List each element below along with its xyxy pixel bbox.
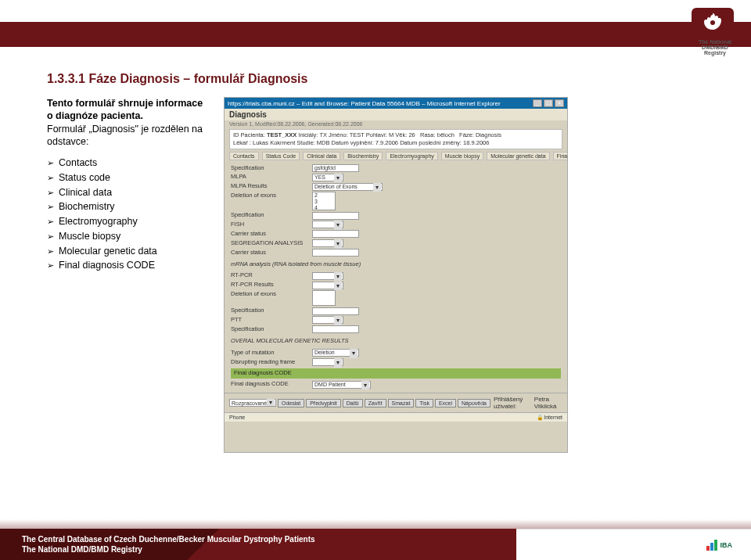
btn-tisk[interactable]: Tisk [415,399,433,407]
list-del-exons[interactable]: 2 3 4 [312,192,336,210]
iba-text: IBA [720,541,733,549]
sel-mlpa[interactable]: YES [312,174,343,181]
status-left: Phone [229,415,245,420]
lbl-type-mutation: Type of mutation [231,349,309,357]
window-titlebar: https://trials.cba.muni.cz – Edit and Br… [225,98,567,109]
footer-line-1: The Central Database of Czech Duchenne/B… [22,534,516,544]
bullet-molecular-genetic: Molecular genetic data [47,244,211,259]
iba-logo: IBA [706,540,733,551]
pt-doc: Lukas Kokrment [253,139,295,146]
footer: The Central Database of Czech Duchenne/B… [0,529,751,560]
pt-age-label: Věk: [395,131,407,138]
section-title: 1.3.3.1 Fáze Diagnosis – formulář Diagno… [47,72,728,86]
pt-phase-label: Fáze: [459,131,474,138]
inp-specification-2[interactable] [312,212,359,220]
tab-clinical-data[interactable]: Clinical data [303,152,340,160]
minimize-button[interactable]: _ [533,99,542,107]
tab-electromyography[interactable]: Electromyography [386,152,437,160]
lbl-carrier-2: Carrier status [231,249,309,257]
btn-dalsi[interactable]: Další [343,399,363,407]
close-button[interactable]: × [555,99,564,107]
left-column: Tento formulář shrnuje informace o diagn… [47,97,211,453]
lbl-carrier: Carrier status [231,230,309,239]
inp-specification-4[interactable] [312,325,359,333]
window-buttons: _ □ × [533,99,564,107]
maximize-button[interactable]: □ [544,99,553,107]
lbl-ptt: PTT [231,316,309,325]
pt-race-label: Rasa: [420,131,436,138]
window-title: https://trials.cba.muni.cz – Edit and Br… [228,100,501,107]
inp-carrier-2[interactable] [312,249,359,257]
sel-ptt[interactable] [312,316,343,324]
mrna-heading: mRNA analysis (RNA isolated from muscle … [231,260,561,269]
registry-logo-text: The National DMD/BMD Registry [692,39,738,56]
app-screenshot: https://trials.cba.muni.cz – Edit and Br… [224,97,568,453]
tab-contacts[interactable]: Contacts [229,152,259,160]
right-column: https://trials.cba.muni.cz – Edit and Br… [224,97,728,453]
lbl-specification-4: Specification [231,325,309,334]
pt-race: běloch [437,131,455,138]
lbl-del-exons-2: Deletion of exons [231,290,309,299]
footer-shadow [0,519,751,529]
pt-fill: 7.9.2006 [376,139,398,146]
page: The National DMD/BMD Registry 1.3.3.1 Fá… [0,0,751,560]
bullet-clinical-data: Clinical data [47,185,211,200]
inp-carrier[interactable] [312,230,359,238]
sel-rtpcr[interactable] [312,272,343,280]
lbl-specification-2: Specification [231,211,309,220]
sel-type-mutation[interactable]: Deletion [312,349,359,357]
bullet-electromyography: Electromyography [47,214,211,229]
sel-rtpcr-results[interactable] [312,282,343,289]
sel-fish[interactable] [312,221,343,228]
pt-doc-label: Lékař : [233,139,251,146]
lock-icon: 🔒 [537,415,544,421]
bullet-status-code: Status code [47,171,211,185]
pt-init: TX [319,131,327,138]
btn-predvyplnit[interactable]: Předvyplnit [306,399,341,407]
inp-specification-3[interactable] [312,307,359,315]
pt-chg-label: Datum poslední změny: [400,139,462,146]
tab-molecular-genetic[interactable]: Molecular genetic data [487,152,549,160]
btn-smazat[interactable]: Smazat [388,399,415,407]
lbl-mlpa-results: MLPA Results [231,182,309,191]
lbl-fish: FISH [231,221,309,229]
sel-final-code[interactable]: DMD Patient [312,381,371,389]
sel-segregation[interactable] [312,239,343,247]
bullet-muscle-biopsy: Muscle biopsy [47,229,211,244]
pt-sex: M [389,131,393,138]
bullet-list: Contacts Status code Clinical data Bioch… [47,156,211,273]
pt-age: 26 [408,131,415,138]
bullet-biochemistry: Biochemistry [47,199,211,214]
inp-specification[interactable]: gsfdgfdd [312,164,359,172]
pt-name: TEST [350,131,365,138]
btn-excel[interactable]: Excel [435,399,456,407]
pt-sex-label: Pohlaví: [366,131,387,138]
bars-icon [706,540,717,551]
bullet-contacts: Contacts [47,156,211,171]
btn-napoveda[interactable]: Nápověda [458,399,490,407]
tab-muscle-biopsy[interactable]: Muscle biopsy [441,152,483,160]
form-version: Version 1, Modified:08.22.2006, Generate… [225,120,567,127]
tab-biochemistry[interactable]: Biochemistry [343,152,383,160]
registry-logo: The National DMD/BMD Registry [692,8,738,55]
pt-name-label: Jméno: [329,131,348,138]
btn-zavrit[interactable]: Zavřít [365,399,386,407]
patient-info-box: ID Pacienta: TEST_XXX Iniciály: TX Jméno… [229,129,562,149]
overall-heading: OVERAL MOLECULAR GENETIC RESULTS [231,337,561,346]
footer-left: The Central Database of Czech Duchenne/B… [0,529,516,560]
tab-status-code[interactable]: Status Code [262,152,300,160]
lbl-specification-3: Specification [231,307,309,315]
tab-final-diagnosis[interactable]: Final diagnosis CODE [553,152,568,160]
sel-disrupt[interactable] [312,358,343,366]
lbl-disrupt: Disrupting reading frame [231,358,309,367]
lbl-del-exons: Deletion of exons [231,192,309,200]
sel-mlpa-results[interactable]: Deletion of Exons [312,183,383,191]
pt-id-label: ID Pacienta: [233,131,265,138]
bottom-toolbar: Rozpracované Odeslat Předvyplnit Další Z… [225,393,567,412]
btn-odeslat[interactable]: Odeslat [278,399,304,407]
list-del-exons-2[interactable] [312,290,336,306]
pt-chg: 18.9.2006 [463,139,489,146]
lbl-segregation: SEGREGATION ANALYSIS [231,239,309,248]
sel-state[interactable]: Rozpracované [229,399,276,407]
tab-bar: Contacts Status Code Clinical data Bioch… [225,151,567,161]
